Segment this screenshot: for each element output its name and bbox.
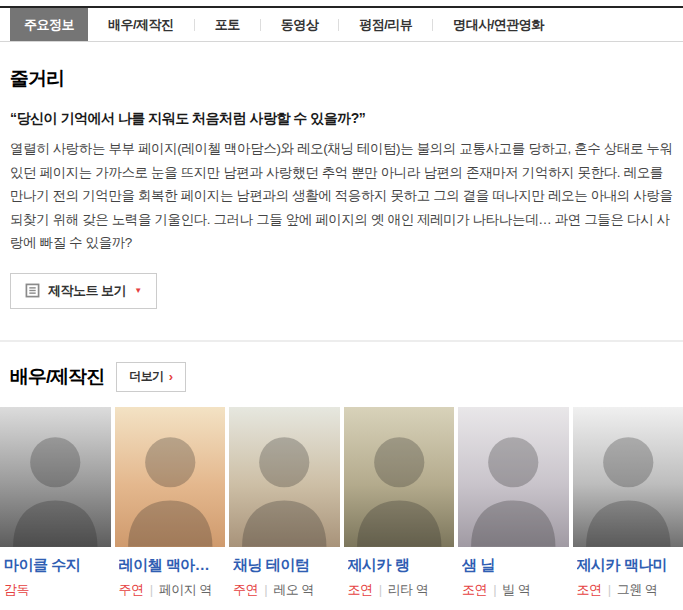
cast-role-name: 그웬 역	[617, 582, 658, 597]
cast-section-title: 배우/제작진	[10, 364, 104, 390]
role-separator: |	[490, 582, 499, 597]
cast-role-name: 빌 역	[502, 582, 530, 597]
more-label: 더보기	[129, 368, 164, 385]
cast-name-link[interactable]: 제시카 맥나미	[577, 556, 683, 575]
cast-role-name: 레오 역	[273, 582, 314, 597]
person-silhouette-icon	[573, 407, 683, 547]
cast-role-type: 조연	[462, 582, 487, 597]
cast-section: 배우/제작진 더보기 ›	[0, 362, 683, 392]
section-divider	[0, 340, 683, 342]
cast-role-line: 주연 | 페이지 역	[119, 581, 226, 599]
cast-name-link[interactable]: 제시카 랭	[348, 556, 455, 575]
tab-bar: 주요정보 배우/제작진 포토 동영상 평점/리뷰 명대사/연관영화	[0, 6, 683, 42]
role-separator: |	[261, 582, 270, 597]
tab-photo[interactable]: 포토	[195, 8, 260, 41]
cast-role-type: 주연	[233, 582, 258, 597]
cast-card: 샘 닐 조연 | 빌 역	[458, 407, 569, 599]
synopsis-section: 줄거리 “당신이 기억에서 나를 지워도 처음처럼 사랑할 수 있을까?” 열렬…	[0, 66, 683, 309]
synopsis-tagline: “당신이 기억에서 나를 지워도 처음처럼 사랑할 수 있을까?”	[10, 110, 673, 128]
cast-name-link[interactable]: 샘 닐	[462, 556, 569, 575]
cast-more-button[interactable]: 더보기 ›	[116, 362, 185, 392]
person-silhouette-icon	[115, 407, 226, 547]
cast-role-line: 조연 | 그웬 역	[577, 581, 683, 599]
chevron-right-icon: ›	[169, 370, 173, 383]
cast-photo[interactable]	[344, 407, 455, 547]
movie-info-page: 주요정보 배우/제작진 포토 동영상 평점/리뷰 명대사/연관영화 줄거리 “당…	[0, 6, 683, 610]
cast-card: 마이클 수지 감독	[0, 407, 111, 599]
cast-name-link[interactable]: 채닝 테이텀	[233, 556, 340, 575]
tab-rating-review[interactable]: 평점/리뷰	[339, 8, 432, 41]
cast-role-line: 감독	[4, 581, 111, 599]
person-silhouette-icon	[344, 407, 455, 547]
cast-photo[interactable]	[573, 407, 683, 547]
cast-photo[interactable]	[0, 407, 111, 547]
synopsis-title: 줄거리	[10, 66, 673, 92]
person-silhouette-icon	[229, 407, 340, 547]
role-separator: |	[147, 582, 156, 597]
cast-photo[interactable]	[115, 407, 226, 547]
cast-role-line: 조연 | 빌 역	[462, 581, 569, 599]
tab-video[interactable]: 동영상	[261, 8, 339, 41]
cast-card: 제시카 랭 조연 | 리타 역	[344, 407, 455, 599]
note-icon	[25, 283, 40, 298]
tab-cast-crew[interactable]: 배우/제작진	[88, 8, 194, 41]
cast-name-link[interactable]: 마이클 수지	[4, 556, 111, 575]
cast-photo[interactable]	[458, 407, 569, 547]
person-silhouette-icon	[458, 407, 569, 547]
cast-role-type: 주연	[119, 582, 144, 597]
cast-section-header: 배우/제작진 더보기 ›	[10, 362, 673, 392]
cast-role-line: 주연 | 레오 역	[233, 581, 340, 599]
synopsis-body: 열렬히 사랑하는 부부 페이지(레이첼 맥아담스)와 레오(채닝 테이텀)는 불…	[10, 137, 673, 255]
cast-role-type: 감독	[4, 582, 29, 597]
cast-role-type: 조연	[577, 582, 602, 597]
person-silhouette-icon	[0, 407, 111, 547]
role-separator	[29, 582, 35, 597]
tab-main-info[interactable]: 주요정보	[10, 8, 88, 41]
tab-quotes-related[interactable]: 명대사/연관영화	[433, 8, 564, 41]
cast-photo[interactable]	[229, 407, 340, 547]
role-separator: |	[376, 582, 385, 597]
cast-card: 채닝 테이텀 주연 | 레오 역	[229, 407, 340, 599]
cast-card: 제시카 맥나미 조연 | 그웬 역	[573, 407, 683, 599]
cast-grid: 마이클 수지 감독 레이첼 맥아… 주연 | 페이지 역	[0, 407, 683, 599]
role-separator: |	[605, 582, 614, 597]
cast-card: 레이첼 맥아… 주연 | 페이지 역	[115, 407, 226, 599]
production-note-button[interactable]: 제작노트 보기 ▼	[10, 273, 157, 309]
production-note-label: 제작노트 보기	[48, 282, 126, 300]
cast-role-type: 조연	[348, 582, 373, 597]
cast-role-line: 조연 | 리타 역	[348, 581, 455, 599]
cast-name-link[interactable]: 레이첼 맥아…	[119, 556, 226, 575]
cast-role-name: 페이지 역	[159, 582, 212, 597]
cast-role-name: 리타 역	[388, 582, 429, 597]
caret-down-icon: ▼	[134, 287, 141, 295]
